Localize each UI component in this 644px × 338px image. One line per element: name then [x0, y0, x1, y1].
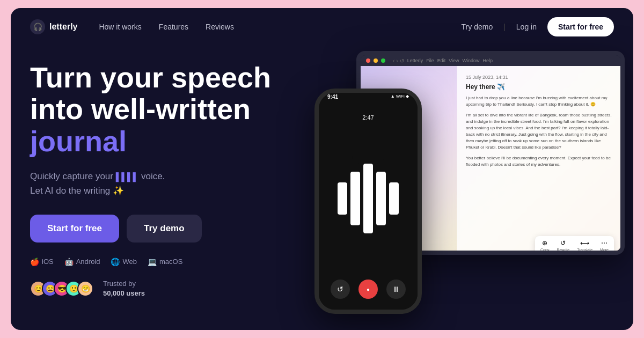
- logo-icon: 🎧: [30, 19, 45, 34]
- toolbar-rewrite[interactable]: ↺ Rewrite: [557, 239, 569, 252]
- waveform: [338, 164, 399, 233]
- phone-timer: 2:47: [362, 114, 374, 121]
- platform-ios-label: iOS: [42, 258, 54, 266]
- main-container: 🎧 letterly How it works Features Reviews…: [11, 8, 633, 330]
- platform-web-label: Web: [122, 258, 137, 266]
- translate-label: Translate: [577, 248, 592, 252]
- restart-button[interactable]: ↺: [331, 280, 350, 299]
- avatar-5: 😁: [77, 281, 93, 297]
- nav-try-demo[interactable]: Try demo: [462, 23, 493, 31]
- android-icon: 🤖: [64, 258, 74, 266]
- wave-bar-5: [389, 182, 399, 215]
- phone-mockup: 9:41 ▲ WiFi ◆ 2:47 ↺ ● ⏸: [314, 89, 422, 314]
- hero-subtitle-ai: Let AI do the writing ✨: [30, 186, 124, 196]
- refresh-icon: ↺: [400, 58, 404, 64]
- record-button[interactable]: ●: [358, 280, 378, 299]
- more-icon: ⋯: [601, 239, 608, 247]
- tablet-main: 15 July 2023, 14:31 Hey there ✈️ I just …: [457, 66, 620, 255]
- hero-title-accent: journal: [30, 125, 127, 157]
- doc-date: 15 July 2023, 14:31: [466, 75, 612, 80]
- translate-icon: ⟷: [580, 239, 589, 247]
- doc-title: Hey there ✈️: [466, 83, 612, 91]
- nav-reviews[interactable]: Reviews: [206, 23, 234, 31]
- trust-count: 50,000 users: [103, 289, 145, 298]
- back-arrow: ‹: [393, 58, 394, 64]
- nav-links: How it works Features Reviews: [99, 23, 461, 31]
- toolbar-more[interactable]: ⋯ More: [600, 239, 609, 252]
- phone-time: 9:41: [327, 94, 338, 100]
- phone-status-icons: ▲ WiFi ◆: [391, 94, 409, 100]
- hero-title-line1: Turn your speech: [30, 61, 271, 93]
- menubar-edit: Edit: [437, 58, 446, 63]
- menubar-help: Help: [483, 58, 493, 63]
- traffic-dot-green: [381, 58, 385, 63]
- wave-bar-4: [376, 172, 386, 225]
- rewrite-label: Rewrite: [557, 248, 569, 252]
- platform-macos-label: macOS: [159, 258, 182, 266]
- platform-ios: 🍎 iOS: [30, 258, 54, 266]
- doc-body-1: I just had to drop you a line because I'…: [466, 95, 612, 108]
- phone-controls: ↺ ● ⏸: [331, 280, 406, 299]
- menubar-view: View: [449, 58, 459, 63]
- wave-bar-3: [363, 164, 373, 233]
- nav-how-it-works[interactable]: How it works: [99, 23, 141, 31]
- toolbar-copy[interactable]: ⊕ Copy: [540, 239, 549, 252]
- wave-bar-1: [338, 182, 347, 215]
- phone-notch: [352, 153, 384, 164]
- forward-arrow: ›: [396, 58, 398, 64]
- nav-right: Try demo | Log in Start for free: [462, 17, 614, 36]
- trust-label: Trusted by: [103, 280, 136, 288]
- platform-macos: 💻 macOS: [148, 258, 182, 266]
- cta-buttons: Start for free Try demo: [30, 215, 331, 243]
- more-label: More: [600, 248, 609, 252]
- rewrite-icon: ↺: [560, 239, 566, 247]
- nav-divider: |: [503, 23, 506, 31]
- wave-icon: ▌▌▌▌: [116, 171, 139, 183]
- traffic-dot-yellow: [374, 58, 378, 63]
- platform-android: 🤖 Android: [64, 258, 100, 266]
- doc-toolbar: ⊕ Copy ↺ Rewrite ⟷ Translate: [535, 236, 614, 255]
- try-demo-button[interactable]: Try demo: [127, 215, 202, 243]
- wave-bar-2: [350, 172, 360, 225]
- nav-start-button[interactable]: Start for free: [547, 17, 614, 36]
- hero-section: Turn your speech into well-written journ…: [11, 46, 633, 330]
- hero-subtitle-text1: Quickly capture your: [30, 171, 113, 181]
- doc-body-3: You better believe I'll be documenting e…: [466, 155, 612, 168]
- platform-android-label: Android: [76, 258, 100, 266]
- traffic-dot-red: [366, 58, 370, 63]
- platform-web: 🌐 Web: [111, 258, 137, 266]
- nav-arrows: ‹ › ↺: [393, 58, 404, 64]
- hero-title: Turn your speech into well-written journ…: [30, 62, 331, 157]
- hero-title-line2: into well-written: [30, 93, 251, 125]
- platform-row: 🍎 iOS 🤖 Android 🌐 Web 💻 macOS: [30, 258, 331, 266]
- menubar-file: File: [426, 58, 434, 63]
- start-for-free-button[interactable]: Start for free: [30, 215, 119, 243]
- phone-status-bar: 9:41 ▲ WiFi ◆: [319, 94, 418, 100]
- logo-text: letterly: [49, 22, 77, 32]
- copy-icon: ⊕: [542, 239, 547, 247]
- navbar: 🎧 letterly How it works Features Reviews…: [11, 8, 633, 46]
- logo[interactable]: 🎧 letterly: [30, 19, 77, 34]
- hero-right: ‹ › ↺ Letterly File Edit View Window Hel…: [331, 56, 614, 330]
- copy-label: Copy: [540, 248, 549, 252]
- toolbar-translate[interactable]: ⟷ Translate: [577, 239, 592, 252]
- nav-features[interactable]: Features: [159, 23, 188, 31]
- menubar-window: Window: [463, 58, 480, 63]
- menubar-letterly: Letterly: [407, 58, 423, 63]
- trust-row: 😊 😄 😎 🙂 😁 Trusted by 50,000 users: [30, 279, 331, 298]
- web-icon: 🌐: [111, 258, 120, 266]
- trust-text: Trusted by 50,000 users: [103, 279, 145, 298]
- phone-screen: 9:41 ▲ WiFi ◆ 2:47 ↺ ● ⏸: [319, 93, 418, 310]
- hero-left: Turn your speech into well-written journ…: [30, 56, 331, 330]
- apple-icon: 🍎: [30, 258, 39, 266]
- nav-login[interactable]: Log in: [516, 23, 537, 31]
- avatar-stack: 😊 😄 😎 🙂 😁: [30, 281, 89, 297]
- hero-subtitle-voice: voice.: [141, 171, 165, 181]
- pause-button[interactable]: ⏸: [386, 280, 406, 299]
- tablet-menubar: ‹ › ↺ Letterly File Edit View Window Hel…: [361, 55, 620, 66]
- macos-icon: 💻: [148, 258, 157, 266]
- hero-subtitle: Quickly capture your ▌▌▌▌ voice. Let AI …: [30, 169, 331, 198]
- doc-body-2: I'm all set to dive into the vibrant lif…: [466, 112, 612, 151]
